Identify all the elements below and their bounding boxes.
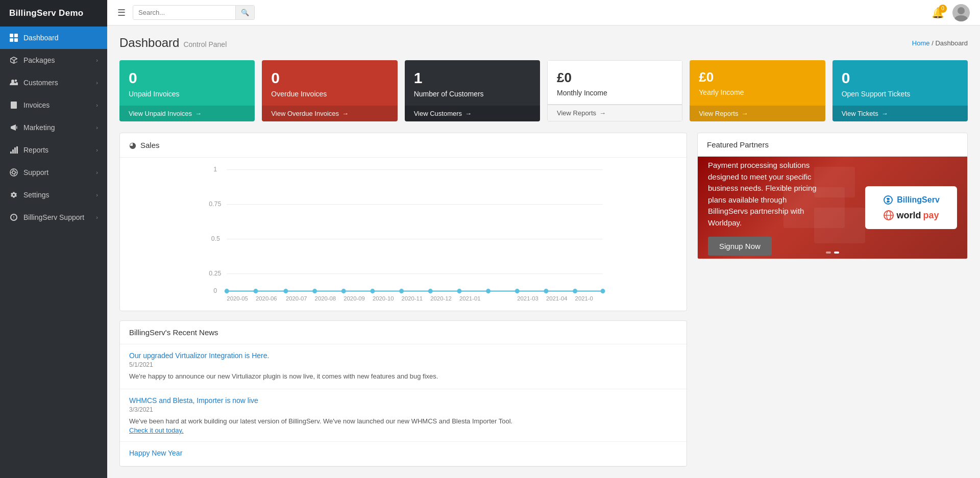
stat-number: £0	[557, 70, 673, 86]
news-item-date: 3/3/2021	[129, 406, 677, 413]
view-customers-link[interactable]: View Customers →	[405, 106, 540, 121]
banner-dot[interactable]	[826, 251, 831, 254]
arrow-icon: →	[599, 109, 606, 117]
view-reports-monthly-link[interactable]: View Reports →	[547, 105, 682, 121]
reports-icon	[9, 145, 18, 155]
stat-number: 1	[414, 69, 531, 87]
svg-point-39	[312, 289, 317, 293]
svg-text:2020-07: 2020-07	[286, 295, 307, 301]
sidebar-item-label: Packages	[23, 56, 55, 64]
svg-point-44	[457, 289, 461, 293]
sidebar-item-label: Reports	[23, 146, 48, 154]
chevron-right-icon: ›	[96, 57, 98, 63]
svg-point-45	[486, 289, 491, 293]
news-item-body: We've been hard at work building our lat…	[129, 416, 677, 426]
search-button[interactable]: 🔍	[235, 6, 254, 19]
sales-chart-svg: 1 0.75 0.5 0.25 0 2020-	[129, 163, 677, 301]
svg-point-13	[954, 15, 968, 21]
main-panel: ☰ 🔍 🔔 0 Dashboard Control Panel Home	[107, 0, 980, 478]
stat-card-support-tickets: 0 Open Support Tickets View Tickets →	[832, 60, 968, 121]
sidebar-item-support[interactable]: Support ›	[0, 161, 107, 184]
billingserv-support-icon	[9, 213, 18, 222]
arrow-icon: →	[195, 110, 202, 117]
breadcrumb-home-link[interactable]: Home	[912, 39, 930, 47]
stat-cards: 0 Unpaid Invoices View Unpaid Invoices →…	[119, 60, 968, 121]
svg-point-49	[600, 289, 605, 293]
chevron-right-icon: ›	[96, 192, 98, 198]
featured-header: Featured Partners	[698, 133, 967, 157]
chevron-right-icon: ›	[96, 214, 98, 220]
settings-icon	[9, 190, 18, 199]
svg-text:1: 1	[213, 166, 217, 173]
sidebar-item-reports[interactable]: Reports ›	[0, 139, 107, 161]
view-reports-yearly-link[interactable]: View Reports →	[690, 106, 825, 121]
svg-text:2021-01: 2021-01	[459, 295, 481, 301]
sidebar-item-billingserv-support[interactable]: BillingServ Support ›	[0, 206, 107, 229]
stat-card-customers: 1 Number of Customers View Customers →	[405, 60, 540, 121]
sidebar: BillingServ Demo Dashboard Packages › Cu…	[0, 0, 107, 478]
view-overdue-invoices-link[interactable]: View Overdue Invoices →	[262, 106, 397, 121]
news-item: Happy New Year	[120, 442, 687, 466]
sidebar-item-invoices[interactable]: Invoices ›	[0, 94, 107, 116]
page-title: Dashboard	[119, 36, 179, 50]
chevron-right-icon: ›	[96, 80, 98, 86]
sidebar-item-settings[interactable]: Settings ›	[0, 184, 107, 206]
breadcrumb: Home / Dashboard	[912, 39, 968, 47]
signup-button[interactable]: Signup Now	[708, 237, 772, 256]
search-input[interactable]	[133, 6, 235, 19]
svg-text:0.75: 0.75	[209, 200, 221, 208]
notification-bell[interactable]: 🔔 0	[932, 7, 944, 19]
sales-card: ◕ Sales 1 0.75 0.5 0.25 0	[119, 133, 687, 311]
svg-point-48	[573, 289, 577, 293]
svg-text:2020-06: 2020-06	[256, 295, 277, 301]
sidebar-item-marketing[interactable]: Marketing ›	[0, 116, 107, 139]
svg-point-37	[253, 289, 258, 293]
sidebar-item-customers[interactable]: Customers ›	[0, 71, 107, 94]
partner-banner-text: Payment processing solutions designed to…	[708, 160, 820, 229]
partner-banner: Payment processing solutions designed to…	[698, 157, 967, 259]
svg-text:2020-05: 2020-05	[227, 295, 248, 301]
hamburger-icon[interactable]: ☰	[117, 7, 126, 18]
stat-label: Yearly Income	[699, 88, 816, 96]
news-item-title[interactable]: Our upgraded Virtualizor Integration is …	[129, 351, 677, 360]
stat-label: Open Support Tickets	[842, 90, 959, 98]
breadcrumb-current: Dashboard	[935, 39, 968, 47]
arrow-icon: →	[741, 110, 748, 117]
packages-icon	[9, 56, 18, 65]
svg-point-43	[428, 289, 433, 293]
news-item-link[interactable]: Check it out today.	[129, 426, 184, 434]
svg-text:2020-12: 2020-12	[430, 295, 452, 301]
view-tickets-link[interactable]: View Tickets →	[832, 106, 968, 121]
svg-point-38	[283, 289, 288, 293]
sidebar-item-dashboard[interactable]: Dashboard	[0, 27, 107, 49]
svg-point-41	[370, 289, 375, 293]
svg-text:2020-10: 2020-10	[373, 295, 394, 301]
chevron-right-icon: ›	[96, 169, 98, 175]
svg-text:2021-0: 2021-0	[575, 295, 593, 301]
news-header: BillingServ's Recent News	[120, 321, 687, 344]
news-card: BillingServ's Recent News Our upgraded V…	[119, 320, 687, 467]
arrow-icon: →	[342, 110, 349, 117]
news-item-title[interactable]: Happy New Year	[129, 449, 677, 457]
page-title-area: Dashboard Control Panel	[119, 36, 227, 50]
left-panel: ◕ Sales 1 0.75 0.5 0.25 0	[119, 133, 687, 467]
svg-rect-1	[14, 34, 18, 37]
banner-dot-active[interactable]	[834, 251, 839, 254]
svg-point-5	[15, 80, 17, 82]
stat-label: Overdue Invoices	[271, 90, 388, 98]
partner-banner-right: BillingServ worldpay	[865, 186, 957, 229]
content-area: Dashboard Control Panel Home / Dashboard…	[107, 26, 980, 478]
worldpay-text-black: world	[896, 210, 921, 221]
svg-point-42	[399, 289, 404, 293]
marketing-icon	[9, 123, 18, 132]
svg-rect-2	[10, 38, 13, 42]
dashboard-icon	[9, 33, 18, 42]
sidebar-item-packages[interactable]: Packages ›	[0, 49, 107, 71]
news-item-date: 5/1/2021	[129, 361, 677, 368]
svg-point-12	[958, 7, 965, 14]
news-item-title[interactable]: WHMCS and Blesta, Importer is now live	[129, 396, 677, 405]
avatar[interactable]	[952, 4, 970, 21]
banner-dots	[826, 251, 839, 254]
view-unpaid-invoices-link[interactable]: View Unpaid Invoices →	[119, 106, 255, 121]
svg-text:0: 0	[213, 287, 217, 294]
